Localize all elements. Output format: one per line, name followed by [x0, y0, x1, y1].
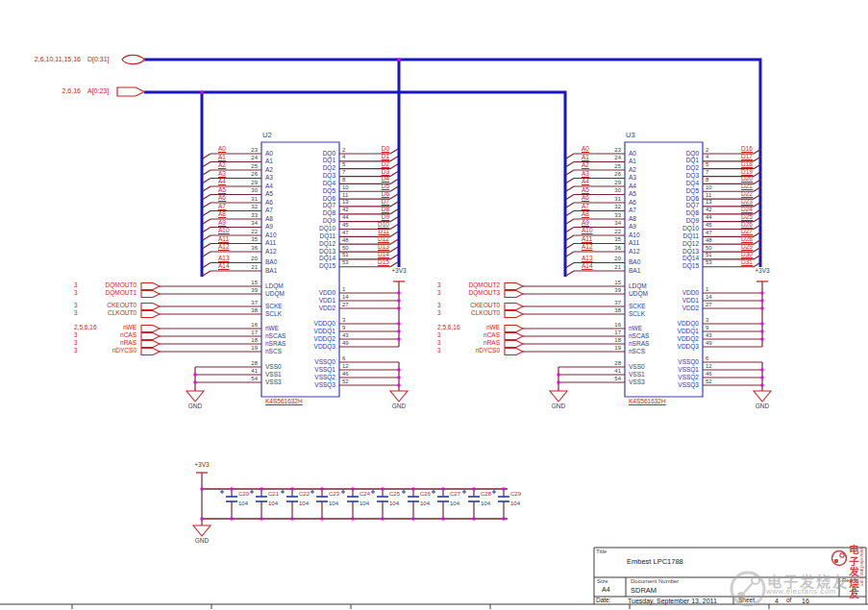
watermark-elecfans-red: 电子发烧友 www.elecfans.com: [831, 542, 868, 610]
bus-entry-diagonal: [390, 255, 398, 259]
pin-name: VDD1: [660, 298, 699, 305]
pin-name: A5: [629, 191, 636, 198]
junction-dot: [760, 299, 763, 302]
pin-number: 12: [706, 363, 712, 369]
pin-name: DQ12: [660, 241, 699, 248]
pin-number: 31: [600, 196, 621, 202]
junction-dot: [502, 517, 505, 520]
pin-number: 14: [706, 294, 712, 300]
cap-value: 104: [450, 500, 459, 506]
power-3v3-label: +3V3: [384, 268, 413, 275]
pin-number: 17: [236, 329, 258, 335]
cap-value: 104: [268, 500, 278, 506]
net-label: A14: [582, 263, 593, 270]
pin-number: 36: [600, 245, 621, 251]
bus-a-name: A[0:23]: [87, 87, 109, 94]
pin-name: SCLK: [629, 311, 645, 318]
pin-name: VSS1: [629, 372, 645, 378]
net-label: A5: [582, 187, 589, 194]
net-label: A12: [218, 244, 230, 251]
pin-number: 42: [706, 207, 712, 212]
pin-name: VDD0: [297, 290, 335, 297]
net-label: D7: [359, 199, 389, 206]
net-label: D17: [722, 154, 753, 160]
net-label: A14: [218, 263, 230, 270]
net-label: D23: [722, 199, 753, 206]
pin-name: A9: [629, 224, 636, 231]
signal-port-icon: [505, 311, 523, 318]
pin-name: A2: [629, 167, 636, 174]
cap-ref: C26: [420, 491, 431, 497]
pin-name: DQ6: [297, 196, 335, 203]
junction-dot: [381, 487, 384, 490]
pin-name: VDD0: [660, 290, 699, 297]
bus-entry-diagonal: [566, 186, 574, 191]
pin-name: DQ0: [297, 151, 335, 158]
pin-name: VSS1: [265, 372, 282, 378]
bus-entry-diagonal: [203, 154, 211, 159]
pin-name: DQ9: [660, 218, 699, 225]
bus-entry-diagonal: [203, 170, 211, 175]
signal-port-icon: [505, 341, 523, 348]
junction-dot: [200, 90, 203, 93]
net-label: A6: [582, 195, 589, 202]
pin-number: 35: [600, 236, 621, 242]
net-label: A7: [218, 204, 226, 210]
pin-number: 20: [236, 256, 258, 261]
pin-name: DQ1: [660, 158, 699, 164]
pin-name: VDDQ3: [297, 344, 335, 351]
pin-number: 28: [236, 360, 258, 366]
junction-dot: [397, 329, 400, 332]
pin-name: A11: [629, 240, 639, 247]
pin-name: VDDQ3: [660, 344, 699, 351]
pin-number: 7: [342, 169, 345, 175]
junction-dot: [397, 299, 400, 302]
pin-number: 44: [342, 214, 349, 220]
title-value: Embest LPC1788: [627, 558, 683, 566]
junction-dot: [397, 337, 400, 340]
bus-entry-diagonal: [203, 252, 211, 256]
pin-number: 14: [342, 294, 349, 300]
pin-number: 45: [342, 222, 349, 228]
pin-name: VDDQ0: [660, 321, 699, 328]
cap-value: 104: [420, 500, 430, 506]
net-label: A1: [582, 155, 589, 161]
pin-name: nSCS: [629, 349, 645, 355]
pin-name: A8: [265, 216, 273, 223]
bus-entry-diagonal: [390, 225, 398, 230]
pin-number: 9: [706, 325, 708, 330]
junction-dot: [397, 383, 400, 386]
pin-name: DQ8: [297, 210, 335, 217]
pin-number: 50: [706, 245, 712, 251]
junction-dot: [557, 373, 559, 376]
bus-entry-diagonal: [390, 186, 398, 191]
port-page-ref: 3: [74, 303, 118, 309]
pin-number: 33: [600, 212, 621, 218]
pin-name: SCLK: [265, 311, 282, 318]
net-label: A4: [582, 179, 589, 185]
net-label: D30: [722, 252, 753, 258]
pin-number: 2: [706, 147, 708, 153]
net-label: A10: [218, 228, 230, 234]
pin-number: 44: [706, 214, 712, 220]
pin-number: 19: [600, 345, 621, 351]
net-label: A2: [218, 162, 226, 169]
bus-entry-diagonal: [566, 252, 574, 256]
pin-name: VSS0: [629, 364, 645, 371]
pin-name: DQ14: [297, 256, 335, 262]
chip-ref: U2: [262, 132, 272, 139]
pin-number: 8: [342, 177, 345, 183]
port-page-ref: 3: [437, 303, 482, 309]
pin-name: VSSQ1: [660, 367, 699, 374]
pin-number: 21: [600, 264, 621, 270]
junction-dot: [397, 376, 400, 378]
pin-name: DQ13: [660, 249, 699, 256]
pin-name: DQ1: [297, 158, 335, 164]
pin-name: VDDQ2: [297, 336, 335, 343]
bus-d-name: D[0:31]: [87, 56, 110, 62]
bus-entry-diagonal: [203, 228, 211, 232]
pin-name: VDD1: [297, 298, 335, 305]
pin-name: A9: [265, 224, 273, 231]
net-label: A9: [582, 220, 589, 227]
pin-name: A1: [629, 159, 636, 165]
